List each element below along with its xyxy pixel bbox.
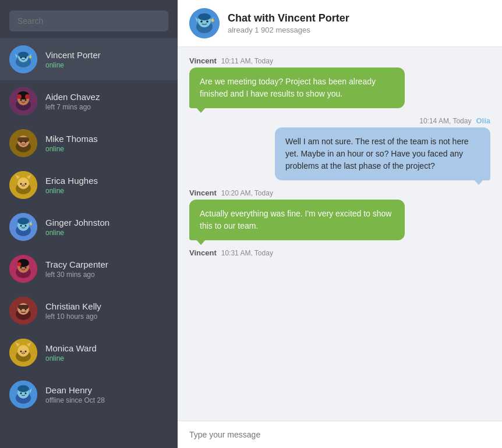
chat-header-meta: already 1 902 messages [228, 26, 349, 34]
svg-point-13 [20, 99, 22, 101]
contact-status: left 30 mins ago [45, 271, 108, 279]
contact-status: online [45, 145, 98, 153]
message-time: 10:31 AM, Today [221, 249, 273, 257]
message-bubble: Actually everything was fine. I'm very e… [189, 200, 405, 240]
list-item[interactable]: Christian Kelly left 10 hours ago [0, 290, 178, 332]
contact-name: Aiden Chavez [45, 92, 100, 102]
chat-input[interactable] [189, 430, 490, 439]
contact-name: Christian Kelly [45, 301, 101, 311]
avatar [9, 87, 37, 115]
svg-point-39 [30, 223, 32, 225]
contact-info: Christian Kelly left 10 hours ago [45, 301, 101, 321]
contact-status: offline since Oct 28 [45, 396, 105, 404]
message-sender: Vincent [189, 248, 217, 257]
svg-point-14 [25, 99, 27, 101]
svg-point-66 [25, 393, 27, 394]
avatar [9, 255, 37, 283]
search-input[interactable] [9, 10, 168, 31]
message-sender-line: Vincent 10:11 AM, Today [189, 56, 273, 65]
svg-point-8 [29, 56, 31, 58]
message-group: Vincent 10:31 AM, Today [189, 248, 490, 259]
contact-status: online [45, 354, 97, 362]
svg-point-44 [20, 267, 22, 269]
svg-point-22 [25, 141, 27, 143]
avatar [9, 381, 37, 408]
contact-status: online [45, 61, 101, 69]
svg-point-16 [25, 94, 30, 99]
svg-point-51 [20, 309, 22, 311]
message-sender: Olia [476, 116, 490, 125]
contact-status: online [45, 229, 109, 237]
list-item[interactable]: Mike Thomas online [0, 122, 178, 164]
list-item[interactable]: Tracy Carpenter left 30 mins ago [0, 248, 178, 290]
contact-info: Tracy Carpenter left 30 mins ago [45, 259, 108, 279]
svg-point-27 [20, 183, 22, 185]
svg-point-4 [20, 57, 22, 59]
chat-area: Chat with Vincent Porter already 1 902 m… [178, 0, 502, 448]
contact-info: Dean Henry offline since Oct 28 [45, 385, 105, 404]
chat-header-avatar [189, 8, 220, 38]
contact-name: Tracy Carpenter [45, 259, 108, 269]
list-item[interactable]: Monica Ward online [0, 332, 178, 374]
avatar [9, 339, 37, 367]
messages-area[interactable]: Vincent 10:11 AM, Today Are we meeting t… [178, 47, 502, 421]
contact-name: Mike Thomas [45, 134, 98, 144]
svg-point-21 [20, 141, 22, 143]
message-time: 10:14 AM, Today [419, 117, 471, 125]
svg-point-35 [17, 218, 29, 225]
contact-info: Ginger Johnston online [45, 218, 109, 237]
svg-point-60 [22, 351, 24, 354]
contact-name: Vincent Porter [45, 50, 101, 60]
list-item[interactable]: Erica Hughes online [0, 164, 178, 206]
avatar [9, 297, 37, 325]
contact-info: Aiden Chavez left 7 mins ago [45, 92, 100, 111]
list-item[interactable]: Dean Henry offline since Oct 28 [0, 374, 178, 415]
svg-point-15 [17, 94, 22, 99]
avatar [9, 213, 37, 241]
svg-point-26 [17, 177, 29, 189]
message-group: 10:14 AM, Today Olia Well I am not sure.… [189, 116, 490, 180]
svg-point-28 [25, 183, 27, 185]
svg-point-65 [20, 393, 22, 394]
message-time: 10:11 AM, Today [221, 57, 273, 65]
svg-point-45 [25, 267, 27, 269]
message-sender-line: Vincent 10:31 AM, Today [189, 248, 273, 257]
svg-point-55 [17, 345, 29, 357]
contact-status: left 7 mins ago [45, 103, 100, 111]
avatar [9, 45, 37, 73]
contact-info: Mike Thomas online [45, 134, 98, 153]
message-time: 10:20 AM, Today [221, 189, 273, 197]
svg-point-31 [22, 184, 24, 186]
contact-info: Vincent Porter online [45, 50, 101, 69]
svg-point-57 [25, 351, 27, 353]
svg-point-3 [18, 52, 29, 58]
svg-point-72 [200, 20, 203, 23]
contact-name: Monica Ward [45, 343, 97, 353]
contact-info: Monica Ward online [45, 343, 97, 362]
message-sender: Vincent [189, 56, 217, 65]
svg-point-76 [211, 19, 214, 22]
contact-status: left 10 hours ago [45, 312, 101, 321]
contact-status: online [45, 187, 98, 195]
contact-info: Erica Hughes online [45, 176, 98, 195]
list-item[interactable]: Ginger Johnston online [0, 206, 178, 248]
svg-point-64 [17, 385, 29, 392]
svg-point-46 [17, 262, 22, 266]
message-text: Are we meeting today? Project has been a… [200, 77, 376, 98]
contact-name: Ginger Johnston [45, 218, 109, 227]
svg-rect-50 [18, 305, 29, 309]
message-bubble: Well I am not sure. The rest of the team… [275, 127, 490, 180]
message-sender-line: 10:14 AM, Today Olia [419, 116, 490, 125]
chat-input-area [178, 421, 502, 448]
list-item[interactable]: Vincent Porter online [0, 38, 178, 80]
avatar [9, 129, 37, 157]
svg-point-37 [25, 225, 27, 227]
message-text: Actually everything was fine. I'm very e… [200, 209, 391, 230]
message-group: Vincent 10:20 AM, Today Actually everyth… [189, 189, 490, 240]
svg-point-71 [198, 13, 211, 20]
contact-list: Vincent Porter online A [0, 38, 178, 448]
list-item[interactable]: Aiden Chavez left 7 mins ago [0, 80, 178, 122]
svg-rect-20 [17, 137, 29, 142]
svg-point-36 [20, 225, 22, 227]
avatar [9, 171, 37, 199]
